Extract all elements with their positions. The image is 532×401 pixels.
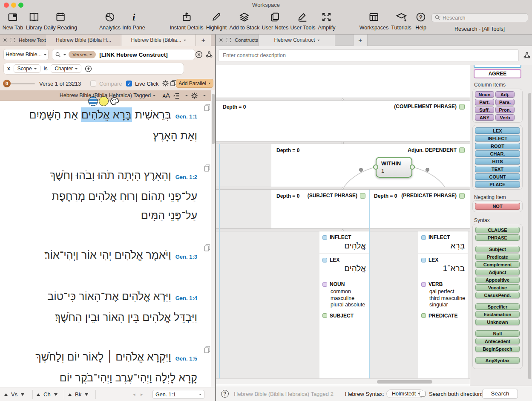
sidebar-button-root[interactable]: ROOT [475,143,520,149]
splitter[interactable] [216,141,470,144]
sidebar-button-casuspend[interactable]: CasusPend. [475,292,520,298]
toolbar-item-info-pane[interactable]: iInfo Pane [122,12,145,31]
toolbar-item-highlight[interactable]: Highlight [206,12,227,31]
sidebar-button-subject[interactable]: Subject [475,246,520,252]
construct-canvas[interactable]: Depth = 0 (COMPLEMENT PHRASE) Depth = 0 … [216,65,470,386]
step-up-icon[interactable] [37,393,40,396]
add-criteria-icon[interactable] [85,65,92,72]
copy-icon[interactable] [204,104,211,112]
sidebar-button-complement[interactable]: Complement [475,261,520,268]
copy-icon[interactable] [204,164,211,172]
bible-text-area[interactable]: Gen. 1:1בְּרֵאשִׁית בָּרָא אֱלֹהִים אֵת … [0,101,215,387]
scope-value-dropdown[interactable]: Chapter [51,64,81,73]
step-down-icon[interactable] [54,393,58,396]
sidebar-button-appositive[interactable]: Appositive [475,277,520,283]
blue-checkbox[interactable] [421,235,426,240]
green-checkbox[interactable] [459,193,465,199]
sidebar-button-phrase[interactable]: PHRASE [475,234,520,241]
history-back-icon[interactable]: ◂ [133,392,135,397]
construct-item-lex[interactable]: LEXאֱלֹהִים [319,254,369,278]
compare-checkbox[interactable] [90,81,96,87]
cancel-search-icon[interactable] [195,51,203,58]
toolbar-item-help[interactable]: ?Help [415,12,426,31]
history-forward-icon[interactable]: ▸ [141,392,143,397]
construct-item-verb[interactable]: VERBqal perfect third masculine singular… [418,278,468,327]
toolbar-item-daily-reading[interactable]: Daily Reading [44,12,77,31]
toolbar-item-user-notes[interactable]: User Notes [262,12,289,31]
tab-hebrew-bible-1[interactable]: Hebrew Bible (Biblia H... [46,35,121,46]
chevron-down-icon[interactable] [203,95,206,98]
sidebar-button-antecedent[interactable]: Antecedent [475,338,520,344]
text-module-dropdown[interactable]: Hebrew Bible... [3,49,49,60]
font-size-control[interactable]: AA [163,92,170,99]
highlight-style-blue-stripe-button[interactable] [88,96,98,106]
sidebar-button-inflect[interactable]: INFLECT [475,135,520,141]
sidebar-button-clause[interactable]: CLAUSE [475,227,520,233]
settings-gear-icon[interactable] [191,92,198,99]
toolbar-item-new-tab[interactable]: New Tab [3,12,23,31]
splitter[interactable] [216,98,470,101]
syntax-database-dropdown[interactable]: Holmstedt [386,389,424,398]
purple-checkbox[interactable] [322,282,327,287]
range-type-pill[interactable]: Verses [69,51,96,58]
toolbar-item-instant-details[interactable]: Instant Details [170,12,203,31]
sidebar-button-adj[interactable]: Adj. [495,91,515,98]
help-icon[interactable]: ? [221,390,229,398]
sidebar-button-exclamation[interactable]: Exclamation [475,311,520,317]
verse-ref[interactable]: Gen. 1:3 [175,254,197,260]
adjunct-dependent-panel[interactable]: Depth = 0 Adjun. DEPENDENT WITHIN 1 [216,144,470,187]
step-up-icon[interactable] [68,393,72,396]
sidebar-scrollbar-thumb[interactable] [528,93,531,379]
construct-item-inflect[interactable]: INFLECTבָּרָא [418,231,468,254]
sidebar-button-text[interactable]: TEXT [475,166,520,172]
reference-dropdown[interactable]: Gen. 1:1 [152,390,204,399]
construct-item-noun[interactable]: NOUNcommon masculine plural absoluteSUBJ… [319,278,369,327]
subject-predicate-panels[interactable]: Depth = 0 (SUBJECT PHRASE) Depth = 0 (PR… [216,190,470,228]
sidebar-button-pron[interactable]: Pron. [495,107,515,113]
copy-icon[interactable] [204,244,211,252]
connection-dot[interactable] [426,168,429,172]
verse-slider-handle[interactable]: 0 [3,80,11,87]
toolbar-item-user-tools[interactable]: User Tools [290,12,316,31]
copy-icon[interactable] [204,346,211,354]
step-down-icon[interactable] [85,393,88,396]
research-search-input[interactable]: Research [431,13,528,22]
expand-zone-icon[interactable] [10,38,15,43]
toolbar-item-analytics[interactable]: Analytics [99,12,121,31]
add-parallel-button[interactable]: Add Parallel [176,79,213,88]
construct-columns-panel[interactable]: INFLECTאֱלֹהִיםLEXאֱלֹהִיםNOUNcommon mas… [216,231,470,378]
close-zone-icon[interactable] [3,38,8,43]
search-both-directions-checkbox[interactable] [420,391,426,397]
sidebar-button-any[interactable]: ANY [475,114,494,121]
subject-column[interactable]: INFLECTאֱלֹהִיםLEXאֱלֹהִיםNOUNcommon mas… [319,231,369,378]
green-checkbox[interactable] [421,313,426,318]
verse-ref[interactable]: Gen. 1:5 [175,355,197,362]
search-query-text[interactable]: [LINK Hebrew Construct] [99,52,168,58]
construct-description-input[interactable] [218,49,519,61]
toolbar-item-workspaces[interactable]: Workspaces [359,12,389,31]
predicate-phrase-panel[interactable]: Depth = 0 (PREDICATE PHRASE) [370,190,470,228]
node-port-left[interactable] [373,164,378,170]
sidebar-button-suff[interactable]: Suff. [475,107,494,113]
predicate-column[interactable]: INFLECTבָּרָאLEXברא־1VERBqal perfect thi… [418,231,468,378]
toolbar-item-library[interactable]: Library [26,12,42,31]
new-tab-button[interactable]: + [196,35,211,46]
scrollbar-thumb[interactable] [212,94,215,144]
sidebar-button-unknown[interactable]: Unknown [475,319,520,325]
search-button[interactable]: Search [482,389,518,399]
search-die-icon[interactable] [523,52,531,59]
paragraph-format-icon[interactable] [173,92,180,99]
agree-button[interactable]: AGREE [474,69,521,78]
sidebar-button-part[interactable]: Part. [475,99,494,105]
close-zone-icon[interactable] [219,38,224,43]
sidebar-button-place[interactable]: PLACE [475,181,520,188]
tab-hebrew-construct-active[interactable]: Hebrew Construct [259,35,335,46]
sidebar-button-specifier[interactable]: Specifier [475,303,520,310]
sidebar-button-hits[interactable]: HITS [475,158,520,164]
search-entry-field[interactable]: Verses [LINK Hebrew Construct] [52,49,195,60]
blue-checkbox[interactable] [322,235,327,240]
sidebar-button-char[interactable]: CHAR. [475,150,520,157]
blue-checkbox[interactable] [421,258,426,263]
sidebar-button-para[interactable]: Para. [495,99,515,105]
node-port-right[interactable] [410,164,415,170]
